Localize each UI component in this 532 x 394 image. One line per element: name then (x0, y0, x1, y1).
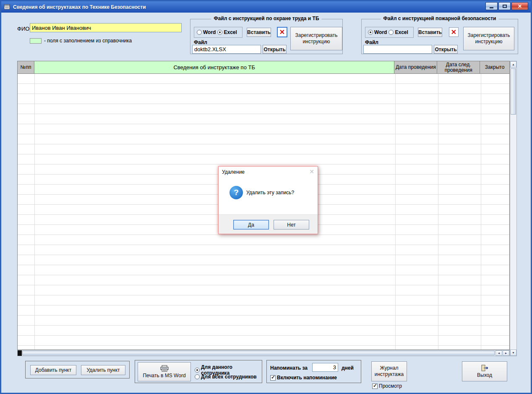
fire-group-title: Файл с инструкцией пожарной безопасности (381, 16, 499, 21)
preview-checkbox[interactable]: Просмотр (372, 383, 402, 389)
preview-label: Просмотр (379, 383, 402, 389)
print-all-label: Для всех сотрудников (201, 374, 257, 380)
dialog-yes-button[interactable]: Да (233, 220, 269, 230)
scroll-right-icon[interactable]: ► (503, 350, 509, 356)
minimize-button[interactable] (485, 2, 498, 10)
exit-button[interactable]: Выход (462, 361, 507, 381)
ohs-format-frame: Word Excel (194, 27, 243, 38)
ohs-word-label: Word (203, 29, 216, 35)
fire-format-frame: Word Excel (365, 27, 414, 38)
scroll-left-icon[interactable]: ◄ (495, 350, 502, 356)
question-icon: ? (229, 186, 243, 199)
ohs-group-title: Файл с инструкцией по охране труда и ТБ (211, 16, 321, 21)
print-word-button[interactable]: Печать в MS Word (138, 362, 191, 381)
titlebar[interactable]: Сведения об инструктажах по Технике Безо… (1, 1, 531, 13)
ohs-excel-label: Excel (224, 29, 237, 35)
remind-label: Напоминать за (270, 365, 308, 371)
red-x-icon: ✕ (451, 28, 456, 36)
add-item-button[interactable]: Добавить пункт (30, 365, 76, 375)
dialog-no-button[interactable]: Нет (274, 220, 309, 230)
fire-open-button[interactable]: Открыть (434, 45, 458, 54)
window-title: Сведения об инструктажах по Технике Безо… (13, 4, 146, 10)
ohs-register-button[interactable]: Зарегистрировать инструкцию (290, 27, 342, 50)
days-label: дней (342, 365, 354, 371)
exit-label: Выход (477, 372, 492, 378)
remind-enable-label: Включить напоминание (277, 375, 337, 381)
ohs-insert-button[interactable]: Вставить (247, 28, 271, 37)
window-icon (4, 4, 10, 10)
delete-item-button[interactable]: Удалить пункт (81, 365, 125, 375)
table-header-row: №пп Сведения об инструктаже по ТБ Дата п… (18, 61, 509, 74)
app-window: Сведения об инструктажах по Технике Безо… (0, 0, 532, 394)
dialog-close-icon[interactable]: ✕ (309, 168, 314, 175)
dialog-message: Удалить эту запись? (246, 190, 294, 196)
fire-word-label: Word (374, 29, 387, 35)
ohs-word-radio[interactable]: Word (197, 29, 216, 35)
fire-word-radio[interactable]: Word (368, 29, 387, 35)
delete-confirm-dialog: Удаление ✕ ? Удалить эту запись? Да Нет (218, 166, 318, 234)
dialog-titlebar[interactable]: Удаление ✕ (219, 167, 318, 177)
legend-color-swatch (30, 38, 42, 44)
grid-column-separator (438, 74, 438, 350)
exit-door-icon (480, 365, 489, 371)
printer-icon (160, 365, 169, 372)
grid-column-separator (34, 74, 35, 350)
radio-icon (195, 374, 200, 379)
header-info: Сведения об инструктаже по ТБ (34, 61, 395, 74)
legend-text: - поля с заполнением из справочника (44, 38, 132, 44)
fire-insert-button[interactable]: Вставить (418, 28, 442, 37)
fire-file-input[interactable] (363, 45, 432, 54)
fire-excel-label: Excel (395, 29, 408, 35)
ohs-file-input[interactable] (192, 45, 261, 54)
fire-register-button[interactable]: Зарегистрировать инструкцию (463, 27, 514, 50)
radio-icon (389, 30, 394, 35)
maximize-button[interactable] (498, 2, 511, 10)
dialog-body: ? Удалить эту запись? (219, 177, 318, 215)
fio-label: ФИО (17, 26, 29, 32)
ohs-clear-button[interactable]: ✕ (277, 27, 287, 37)
dialog-footer: Да Нет (219, 214, 318, 234)
scroll-down-icon[interactable]: ▼ (510, 350, 516, 356)
ohs-file-label: Файл (194, 39, 207, 45)
checkbox-icon (372, 384, 378, 389)
close-button[interactable]: ✕ (511, 2, 528, 10)
vertical-scroll-thumb[interactable] (511, 68, 516, 115)
print-group: Печать в MS Word Для данного сотрудника … (135, 360, 262, 383)
horizontal-scroll-thumb[interactable] (22, 351, 495, 355)
radio-icon (368, 30, 373, 35)
item-actions-group: Добавить пункт Удалить пункт (25, 361, 130, 378)
minimize-icon (490, 7, 493, 8)
grid-corner-block (18, 350, 22, 356)
header-next-date: Дата след. проведения (437, 61, 480, 74)
print-word-label: Печать в MS Word (143, 373, 185, 378)
journal-button[interactable]: Журнал инструктажа (371, 361, 407, 381)
fire-file-group: Файл с инструкцией пожарной безопасности… (361, 19, 518, 54)
fire-clear-button[interactable]: ✕ (449, 27, 459, 37)
dialog-title: Удаление (222, 169, 245, 175)
ohs-open-button[interactable]: Открыть (263, 45, 287, 54)
radio-icon (195, 368, 200, 373)
maximize-icon (503, 5, 507, 8)
fire-excel-radio[interactable]: Excel (389, 29, 408, 35)
grid-column-separator (481, 74, 481, 350)
reminder-group: Напоминать за дней Включить напоминание (266, 360, 361, 383)
vertical-scrollbar[interactable]: ▲ ▼ (510, 61, 517, 356)
close-icon: ✕ (518, 3, 522, 9)
radio-icon (197, 30, 202, 35)
header-closed: Закрыто (480, 61, 509, 74)
scroll-up-icon[interactable]: ▲ (510, 61, 516, 68)
red-x-icon: ✕ (279, 28, 285, 36)
print-all-radio[interactable]: Для всех сотрудников (195, 374, 257, 380)
grid-column-separator (395, 74, 396, 350)
header-num: №пп (18, 61, 34, 74)
fio-input[interactable] (30, 23, 182, 32)
header-date: Дата проведения (394, 61, 437, 74)
ohs-excel-radio[interactable]: Excel (217, 29, 237, 35)
ohs-file-group: Файл с инструкцией по охране труда и ТБ … (190, 19, 343, 54)
fire-file-label: Файл (365, 39, 378, 45)
horizontal-scrollbar[interactable]: ◄ ► (17, 350, 510, 356)
remind-enable-checkbox[interactable]: Включить напоминание (270, 375, 337, 381)
remind-days-input[interactable] (312, 363, 338, 372)
checkbox-icon (270, 375, 276, 381)
radio-icon (217, 30, 222, 35)
